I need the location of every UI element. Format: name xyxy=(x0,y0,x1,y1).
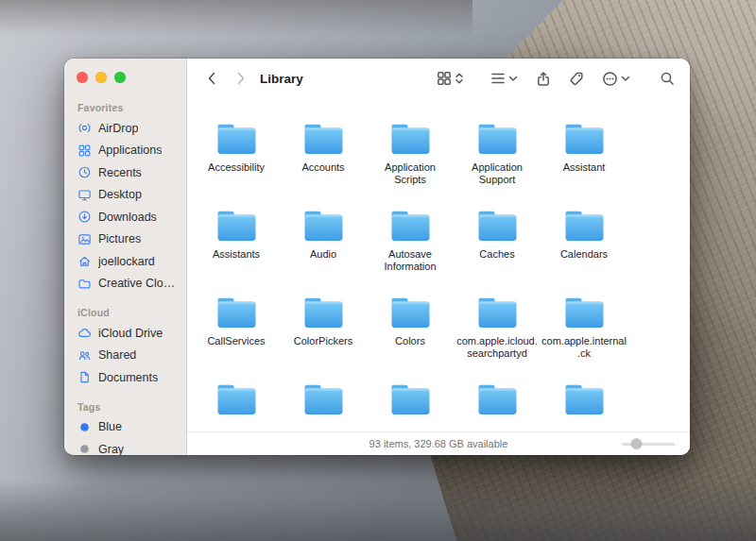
folder-application-scripts[interactable]: Application Scripts xyxy=(367,113,454,200)
folder-icon xyxy=(214,295,260,331)
folder-assistants[interactable]: Assistants xyxy=(193,200,280,287)
close-button[interactable] xyxy=(77,72,88,83)
folder[interactable] xyxy=(193,374,280,431)
folder-icon xyxy=(561,208,608,245)
status-bar: 93 items, 329.68 GB available xyxy=(187,431,690,455)
sidebar-section: iCloud iCloud Drive Shared Documents xyxy=(64,307,186,389)
folder-icon xyxy=(387,208,434,245)
window-title: Library xyxy=(260,72,303,86)
sidebar-item-downloads[interactable]: Downloads xyxy=(69,206,181,228)
folder-label: Audio xyxy=(310,248,336,261)
folder-label: com.apple.internal.ck xyxy=(541,335,627,360)
home-icon xyxy=(77,254,92,269)
folder-label: Calendars xyxy=(560,248,608,261)
folder-autosave-information[interactable]: Autosave Information xyxy=(367,200,454,287)
view-control[interactable] xyxy=(437,71,464,86)
folder-icon xyxy=(474,208,521,245)
folder-accounts[interactable]: Accounts xyxy=(280,113,367,200)
zoom-slider-knob[interactable] xyxy=(631,439,642,449)
folder-callservices[interactable]: CallServices xyxy=(193,287,280,374)
minimize-button[interactable] xyxy=(95,72,107,83)
folder-label: Assistant xyxy=(563,161,606,174)
zoom-slider[interactable] xyxy=(622,432,675,455)
sidebar-item-airdrop[interactable]: AirDrop xyxy=(69,117,181,140)
folder-caches[interactable]: Caches xyxy=(454,200,541,287)
finder-window: Favorites AirDrop Applications Recents D… xyxy=(64,59,690,455)
grid-view-icon xyxy=(437,71,452,86)
sidebar-section-list: iCloud Drive Shared Documents xyxy=(64,322,186,389)
folder-icon xyxy=(474,121,521,158)
folder-audio[interactable]: Audio xyxy=(280,200,367,287)
search-button[interactable] xyxy=(660,71,675,86)
sidebar-item-recents[interactable]: Recents xyxy=(69,161,181,184)
folder[interactable] xyxy=(280,374,367,431)
forward-button[interactable] xyxy=(229,67,251,90)
main-pane: Library xyxy=(187,59,690,455)
sidebar-item-pictures[interactable]: Pictures xyxy=(69,228,181,251)
sidebar-item-joellockard[interactable]: joellockard xyxy=(69,250,181,273)
folder-icon xyxy=(301,208,347,245)
tag-icon xyxy=(569,71,584,86)
folder-label: Assistants xyxy=(213,248,260,261)
recents-icon xyxy=(77,165,92,180)
folder-label: Application Scripts xyxy=(368,161,453,186)
folder-calendars[interactable]: Calendars xyxy=(541,200,627,287)
sidebar-item-documents[interactable]: Documents xyxy=(69,366,181,389)
share-icon xyxy=(536,71,551,87)
folder-label: Accessibility xyxy=(208,161,265,174)
folder-icon xyxy=(387,295,434,331)
share-button[interactable] xyxy=(536,71,551,87)
folder-assistant[interactable]: Assistant xyxy=(541,113,627,200)
folder-icon xyxy=(214,208,260,245)
airdrop-icon xyxy=(77,121,92,136)
tag-dot-icon xyxy=(77,442,92,455)
sidebar-item-gray[interactable]: Gray xyxy=(69,438,181,455)
tag-dot-icon xyxy=(77,419,92,434)
tags-button[interactable] xyxy=(569,71,584,86)
downloads-icon xyxy=(77,210,92,225)
sidebar-item-creative-clo[interactable]: Creative Clo… xyxy=(69,273,181,296)
chevron-right-icon xyxy=(233,71,248,86)
sidebar-section-title: iCloud xyxy=(64,307,186,322)
chevron-down-icon xyxy=(621,76,630,82)
sidebar-section-list: AirDrop Applications Recents Desktop Dow… xyxy=(64,117,186,295)
folder[interactable] xyxy=(541,374,627,431)
folder-icon xyxy=(301,121,347,158)
pictures-icon xyxy=(77,231,92,246)
search-icon xyxy=(660,71,675,86)
folder-icon xyxy=(561,381,608,418)
file-browser: Accessibility Accounts Application Scrip… xyxy=(187,98,690,431)
sidebar-section: Tags Blue Gray xyxy=(64,401,186,456)
folder-label: Colors xyxy=(395,335,425,347)
sidebar-item-icloud-drive[interactable]: iCloud Drive xyxy=(69,322,181,345)
folder-grid: Accessibility Accounts Application Scrip… xyxy=(187,98,690,431)
shared-icon xyxy=(77,347,92,363)
ellipsis-circle-icon xyxy=(602,71,618,87)
folder-application-support[interactable]: Application Support xyxy=(454,113,541,200)
sidebar-item-applications[interactable]: Applications xyxy=(69,140,181,162)
folder-icon xyxy=(474,295,521,331)
folder-icon xyxy=(301,381,347,418)
folder-com-apple-internal-ck[interactable]: com.apple.internal.ck xyxy=(541,287,627,374)
sidebar-section: Favorites AirDrop Applications Recents D… xyxy=(64,102,186,295)
folder-icon xyxy=(387,381,434,418)
sidebar-item-blue[interactable]: Blue xyxy=(69,416,181,439)
sidebar-item-desktop[interactable]: Desktop xyxy=(69,184,181,207)
folder-label: Application Support xyxy=(455,161,540,186)
chevron-down-icon xyxy=(508,76,518,82)
folder-colorpickers[interactable]: ColorPickers xyxy=(280,287,367,374)
zoom-button[interactable] xyxy=(114,72,126,83)
folder[interactable] xyxy=(367,374,454,431)
folder-accessibility[interactable]: Accessibility xyxy=(193,113,280,200)
group-control[interactable] xyxy=(490,71,518,86)
folder-colors[interactable]: Colors xyxy=(367,287,454,374)
sidebar-item-shared[interactable]: Shared xyxy=(69,345,181,367)
folder[interactable] xyxy=(454,374,541,431)
back-button[interactable] xyxy=(200,67,223,90)
more-button[interactable] xyxy=(602,71,630,87)
sidebar-section-title: Tags xyxy=(64,401,186,416)
zoom-slider-track[interactable] xyxy=(622,443,675,446)
folder-icon xyxy=(301,295,347,331)
folder-icon xyxy=(214,121,260,158)
folder-com-apple-icloud-searchpartyd[interactable]: com.apple.icloud.searchpartyd xyxy=(454,287,541,374)
